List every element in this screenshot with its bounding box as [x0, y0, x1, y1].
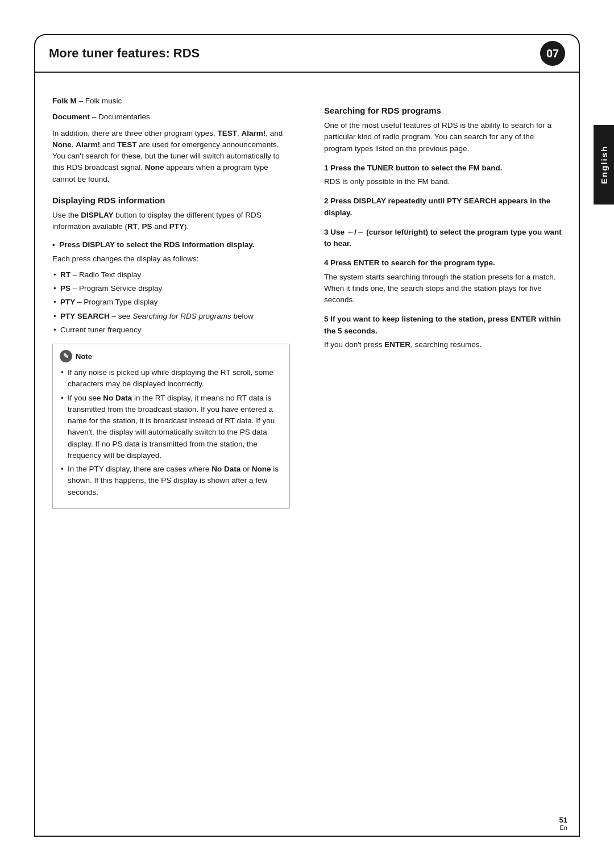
doc-line: Document – Documentaries [52, 111, 290, 123]
step4-heading: 4 Press ENTER to search for the program … [324, 257, 562, 269]
display-section-heading: Displaying RDS information [52, 195, 290, 205]
searching-section-heading: Searching for RDS programs [324, 106, 562, 115]
step2-heading: 2 Press DISPLAY repeatedly until PTY SEA… [324, 195, 562, 219]
left-column: Folk M – Folk music Document – Documenta… [52, 95, 298, 788]
intro-text: In addition, there are three other progr… [52, 128, 290, 185]
step2-heading-text: 2 Press DISPLAY repeatedly until PTY SEA… [324, 197, 550, 216]
display-bullet-heading: • Press DISPLAY to select the RDS inform… [52, 239, 290, 251]
note-icon: ✎ [60, 350, 72, 362]
note-bullet-3: In the PTY display, there are cases wher… [60, 464, 283, 498]
bullet-freq: Current tuner frequency [52, 324, 290, 336]
step3-heading: 3 Use ←/→ (cursor left/right) to select … [324, 227, 562, 250]
note-header: ✎ Note [60, 350, 283, 362]
side-tab-label: English [599, 145, 609, 184]
folk-desc: – Folk music [79, 97, 122, 105]
display-intro: Use the DISPLAY button to display the di… [52, 210, 290, 233]
note-bullets: If any noise is picked up while displayi… [60, 367, 283, 498]
page-container: English More tuner features: RDS 07 Folk… [0, 0, 614, 868]
step3-heading-text: 3 Use ←/→ (cursor left/right) to select … [324, 228, 562, 248]
step1-heading-text: 1 Press the TUNER button to select the F… [324, 164, 503, 172]
note-title: Note [76, 352, 92, 361]
doc-label: Document [52, 112, 90, 121]
note-box: ✎ Note If any noise is picked up while d… [52, 344, 290, 509]
display-bullet-sub: Each press changes the display as follow… [52, 253, 290, 265]
page-number: 51 En [559, 816, 567, 831]
step4-heading-text: 4 Press ENTER to search for the program … [324, 258, 495, 267]
doc-desc: – Documentaries [92, 112, 150, 121]
note-bullet-2: If you see No Data in the RT display, it… [60, 393, 283, 462]
step4-body: The system starts searching through the … [324, 272, 562, 306]
page-footer: 51 En [34, 811, 580, 837]
folk-label: Folk M [52, 97, 77, 105]
display-bullets-list: RT – Radio Text display PS – Program Ser… [52, 269, 290, 336]
step1-heading: 1 Press the TUNER button to select the F… [324, 162, 562, 174]
page-sub: En [559, 824, 567, 831]
chapter-badge: 07 [540, 41, 565, 66]
note-bullet-1: If any noise is picked up while displayi… [60, 367, 283, 390]
page-header: More tuner features: RDS 07 [34, 34, 580, 73]
right-column: Searching for RDS programs One of the mo… [316, 95, 562, 788]
bullet-ps: PS – Program Service display [52, 283, 290, 294]
step1-body: RDS is only possible in the FM band. [324, 176, 562, 187]
step5-body: If you don't press ENTER, searching resu… [324, 339, 562, 350]
content-area: Folk M – Folk music Document – Documenta… [34, 73, 580, 811]
page-title: More tuner features: RDS [49, 46, 200, 61]
page-number-value: 51 [559, 816, 567, 824]
folk-line: Folk M – Folk music [52, 95, 290, 107]
bullet-rt: RT – Radio Text display [52, 269, 290, 281]
english-side-tab: English [594, 125, 614, 205]
bullet-pty-search: PTY SEARCH – see Searching for RDS progr… [52, 311, 290, 322]
step5-heading-text: 5 If you want to keep listening to the s… [324, 315, 561, 335]
step5-heading: 5 If you want to keep listening to the s… [324, 314, 562, 337]
bullet-pty: PTY – Program Type display [52, 297, 290, 308]
searching-intro: One of the most useful features of RDS i… [324, 120, 562, 155]
